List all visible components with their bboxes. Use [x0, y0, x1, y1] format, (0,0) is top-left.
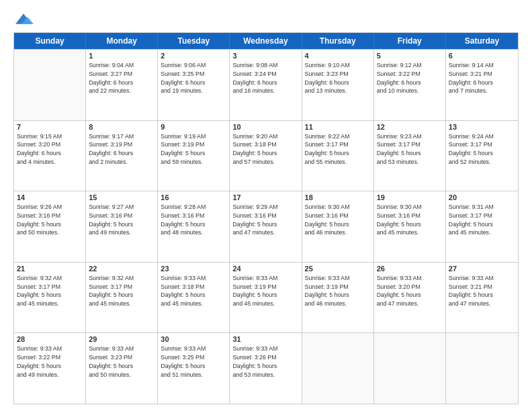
calendar-cell: 13Sunrise: 9:24 AM Sunset: 3:17 PM Dayli…: [446, 121, 518, 191]
day-number: 29: [89, 335, 154, 343]
weekday-header: Friday: [374, 33, 446, 49]
day-number: 13: [449, 123, 515, 131]
calendar-cell: 2Sunrise: 9:06 AM Sunset: 3:25 PM Daylig…: [158, 50, 230, 120]
day-info: Sunrise: 9:28 AM Sunset: 3:16 PM Dayligh…: [161, 203, 226, 237]
calendar-cell: 10Sunrise: 9:20 AM Sunset: 3:18 PM Dayli…: [230, 121, 302, 191]
calendar-cell: [14, 50, 86, 120]
day-info: Sunrise: 9:33 AM Sunset: 3:25 PM Dayligh…: [161, 345, 226, 379]
day-info: Sunrise: 9:30 AM Sunset: 3:16 PM Dayligh…: [377, 203, 443, 237]
calendar-cell: 24Sunrise: 9:33 AM Sunset: 3:19 PM Dayli…: [230, 263, 302, 333]
day-info: Sunrise: 9:20 AM Sunset: 3:18 PM Dayligh…: [232, 132, 298, 167]
day-info: Sunrise: 9:17 AM Sunset: 3:19 PM Dayligh…: [89, 132, 154, 167]
weekday-header: Wednesday: [230, 33, 302, 49]
calendar-cell: 16Sunrise: 9:28 AM Sunset: 3:16 PM Dayli…: [158, 191, 230, 262]
calendar-cell: 25Sunrise: 9:33 AM Sunset: 3:19 PM Dayli…: [302, 263, 374, 333]
calendar-cell: 5Sunrise: 9:12 AM Sunset: 3:22 PM Daylig…: [374, 50, 446, 120]
day-info: Sunrise: 9:19 AM Sunset: 3:19 PM Dayligh…: [161, 132, 226, 167]
day-info: Sunrise: 9:33 AM Sunset: 3:19 PM Dayligh…: [305, 274, 371, 308]
day-number: 23: [161, 265, 226, 273]
calendar-cell: [302, 333, 374, 404]
weekday-header: Thursday: [302, 33, 374, 49]
day-info: Sunrise: 9:30 AM Sunset: 3:16 PM Dayligh…: [305, 203, 371, 237]
day-number: 21: [17, 265, 83, 273]
day-info: Sunrise: 9:24 AM Sunset: 3:17 PM Dayligh…: [449, 132, 515, 167]
day-number: 17: [232, 193, 298, 201]
day-number: 19: [377, 193, 443, 201]
day-info: Sunrise: 9:22 AM Sunset: 3:17 PM Dayligh…: [305, 132, 371, 167]
calendar-cell: 19Sunrise: 9:30 AM Sunset: 3:16 PM Dayli…: [374, 191, 446, 262]
calendar-row: 7Sunrise: 9:15 AM Sunset: 3:20 PM Daylig…: [14, 120, 518, 191]
calendar-cell: 28Sunrise: 9:33 AM Sunset: 3:22 PM Dayli…: [14, 333, 86, 404]
weekday-header: Monday: [86, 33, 158, 49]
day-info: Sunrise: 9:04 AM Sunset: 3:27 PM Dayligh…: [89, 61, 154, 95]
calendar-row: 28Sunrise: 9:33 AM Sunset: 3:22 PM Dayli…: [14, 332, 518, 404]
day-number: 26: [377, 265, 443, 273]
day-number: 25: [305, 265, 371, 273]
weekday-header: Saturday: [446, 33, 518, 49]
day-number: 18: [305, 193, 371, 201]
day-info: Sunrise: 9:33 AM Sunset: 3:18 PM Dayligh…: [161, 274, 226, 308]
calendar-cell: 3Sunrise: 9:08 AM Sunset: 3:24 PM Daylig…: [230, 50, 302, 120]
calendar-cell: 31Sunrise: 9:33 AM Sunset: 3:26 PM Dayli…: [230, 333, 302, 404]
calendar-cell: 11Sunrise: 9:22 AM Sunset: 3:17 PM Dayli…: [302, 121, 374, 191]
calendar-cell: 12Sunrise: 9:23 AM Sunset: 3:17 PM Dayli…: [374, 121, 446, 191]
weekday-header: Sunday: [14, 33, 86, 49]
calendar: SundayMondayTuesdayWednesdayThursdayFrid…: [13, 32, 519, 404]
calendar-cell: 27Sunrise: 9:33 AM Sunset: 3:21 PM Dayli…: [446, 263, 518, 333]
calendar-cell: 17Sunrise: 9:29 AM Sunset: 3:16 PM Dayli…: [230, 191, 302, 262]
day-number: 14: [17, 193, 83, 201]
day-number: 1: [89, 52, 154, 60]
calendar-cell: [374, 333, 446, 404]
calendar-cell: 30Sunrise: 9:33 AM Sunset: 3:25 PM Dayli…: [158, 333, 230, 404]
day-info: Sunrise: 9:29 AM Sunset: 3:16 PM Dayligh…: [232, 203, 298, 237]
day-number: 20: [449, 193, 515, 201]
calendar-cell: 18Sunrise: 9:30 AM Sunset: 3:16 PM Dayli…: [302, 191, 374, 262]
day-number: 10: [232, 123, 298, 131]
calendar-header: SundayMondayTuesdayWednesdayThursdayFrid…: [14, 33, 518, 49]
day-info: Sunrise: 9:33 AM Sunset: 3:22 PM Dayligh…: [17, 345, 83, 379]
calendar-cell: 4Sunrise: 9:10 AM Sunset: 3:23 PM Daylig…: [302, 50, 374, 120]
calendar-cell: [446, 333, 518, 404]
page: SundayMondayTuesdayWednesdayThursdayFrid…: [0, 0, 532, 411]
calendar-cell: 26Sunrise: 9:33 AM Sunset: 3:20 PM Dayli…: [374, 263, 446, 333]
day-number: 31: [232, 335, 298, 343]
day-number: 3: [232, 52, 298, 60]
day-info: Sunrise: 9:32 AM Sunset: 3:17 PM Dayligh…: [17, 274, 83, 308]
day-number: 9: [161, 123, 226, 131]
calendar-cell: 8Sunrise: 9:17 AM Sunset: 3:19 PM Daylig…: [86, 121, 158, 191]
calendar-row: 21Sunrise: 9:32 AM Sunset: 3:17 PM Dayli…: [14, 262, 518, 333]
day-info: Sunrise: 9:10 AM Sunset: 3:23 PM Dayligh…: [305, 61, 371, 95]
day-info: Sunrise: 9:33 AM Sunset: 3:20 PM Dayligh…: [377, 274, 443, 308]
day-number: 8: [89, 123, 154, 131]
day-info: Sunrise: 9:33 AM Sunset: 3:21 PM Dayligh…: [449, 274, 515, 308]
day-info: Sunrise: 9:15 AM Sunset: 3:20 PM Dayligh…: [17, 132, 83, 167]
header: [13, 12, 519, 27]
calendar-cell: 1Sunrise: 9:04 AM Sunset: 3:27 PM Daylig…: [86, 50, 158, 120]
day-info: Sunrise: 9:23 AM Sunset: 3:17 PM Dayligh…: [377, 132, 443, 167]
day-info: Sunrise: 9:33 AM Sunset: 3:19 PM Dayligh…: [232, 274, 298, 308]
calendar-body: 1Sunrise: 9:04 AM Sunset: 3:27 PM Daylig…: [14, 49, 518, 404]
calendar-cell: 14Sunrise: 9:26 AM Sunset: 3:16 PM Dayli…: [14, 191, 86, 262]
day-number: 30: [161, 335, 226, 343]
calendar-cell: 29Sunrise: 9:33 AM Sunset: 3:23 PM Dayli…: [86, 333, 158, 404]
day-number: 5: [377, 52, 443, 60]
day-number: 11: [305, 123, 371, 131]
calendar-cell: 20Sunrise: 9:31 AM Sunset: 3:17 PM Dayli…: [446, 191, 518, 262]
calendar-cell: 7Sunrise: 9:15 AM Sunset: 3:20 PM Daylig…: [14, 121, 86, 191]
day-number: 24: [232, 265, 298, 273]
day-info: Sunrise: 9:26 AM Sunset: 3:16 PM Dayligh…: [17, 203, 83, 237]
calendar-row: 14Sunrise: 9:26 AM Sunset: 3:16 PM Dayli…: [14, 191, 518, 262]
weekday-header: Tuesday: [158, 33, 230, 49]
day-number: 28: [17, 335, 83, 343]
day-info: Sunrise: 9:33 AM Sunset: 3:26 PM Dayligh…: [232, 345, 298, 379]
day-info: Sunrise: 9:31 AM Sunset: 3:17 PM Dayligh…: [449, 203, 515, 237]
calendar-cell: 6Sunrise: 9:14 AM Sunset: 3:21 PM Daylig…: [446, 50, 518, 120]
calendar-cell: 9Sunrise: 9:19 AM Sunset: 3:19 PM Daylig…: [158, 121, 230, 191]
day-number: 27: [449, 265, 515, 273]
calendar-cell: 22Sunrise: 9:32 AM Sunset: 3:17 PM Dayli…: [86, 263, 158, 333]
day-number: 4: [305, 52, 371, 60]
calendar-cell: 23Sunrise: 9:33 AM Sunset: 3:18 PM Dayli…: [158, 263, 230, 333]
day-info: Sunrise: 9:32 AM Sunset: 3:17 PM Dayligh…: [89, 274, 154, 308]
day-number: 2: [161, 52, 226, 60]
day-number: 15: [89, 193, 154, 201]
